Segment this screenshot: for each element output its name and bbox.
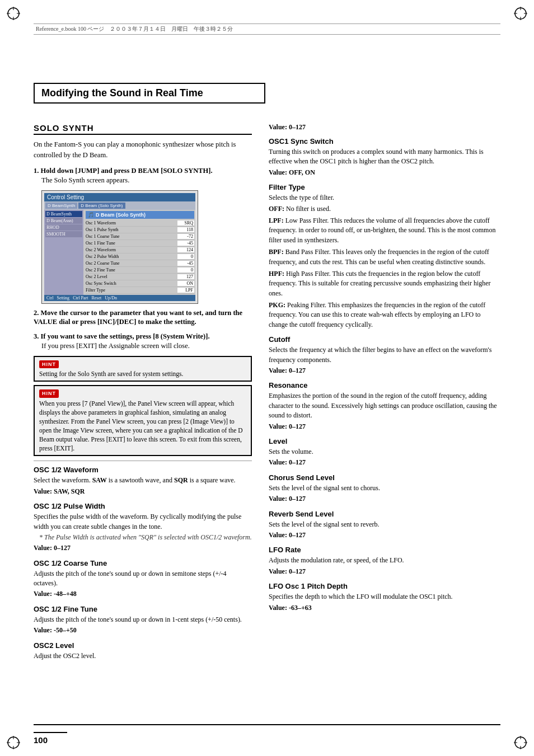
ss-row-6: Osc 2 Coarse Tune-45 [86,260,194,267]
ss-row-4: Osc 2 Waveform124 [86,247,194,253]
subsec-osc-waveform: OSC 1/2 Waveform Select the waveform. SA… [34,466,252,496]
subsec-osc2-level-body: Adjust the OSC2 level. [34,651,252,661]
screenshot-title: Control Setting [47,194,84,200]
subsec-resonance: Resonance Emphasizes the portion of the … [269,381,500,431]
subsec-osc1-sync: OSC1 Sync Switch Turning this switch on … [269,137,500,177]
step-1-text: Hold down [JUMP] and press D BEAM [SOLO … [41,167,213,175]
page-number: 100 [34,735,48,745]
step-1-desc: The Solo Synth screen appears. [41,176,252,185]
ss-left-item-3: SMOOTH [45,231,82,237]
subsec-filter-type-title: Filter Type [269,183,500,191]
subsec-lfo-pitch-body: Specifies the depth to which the LFO wil… [269,592,500,602]
hint-text-1: Setting for the Solo Synth are saved for… [39,369,246,378]
subsec-pulse-width-title: OSC 1/2 Pulse Width [34,502,252,510]
subsec-coarse-tune-body: Adjusts the pitch of the tone's sound up… [34,569,252,589]
left-column: SOLO SYNTH On the Fantom-S you can play … [34,123,252,722]
subsec-coarse-tune-title: OSC 1/2 Coarse Tune [34,559,252,567]
ss-tab2: D Beam (Solo Synth) [78,203,125,209]
subsec-osc-waveform-value: Value: SAW, SQR [34,487,252,496]
hint-box-2: HINT When you press [7 (Panel View)], th… [34,385,252,456]
subsec-lfo-rate-body: Adjusts the modulation rate, or speed, o… [269,556,500,565]
subsec-cutoff: Cutoff Selects the frequency at which th… [269,335,500,375]
subsec-lfo-rate-value: Value: 0–127 [269,567,500,576]
section-title: SOLO SYNTH [34,123,252,135]
subsec-osc-waveform-body: Select the waveform. SAW is a sawtooth w… [34,476,252,485]
subsec-osc1-sync-body: Turning this switch on produces a comple… [269,147,500,167]
ss-row-1: Osc 1 Pulse Synth118 [86,227,194,233]
subsec-reverb: Reverb Send Level Sets the level of the … [269,510,500,541]
page-title: Modifying the Sound in Real Time [41,87,257,99]
top-value: Value: 0–127 [269,123,500,132]
subsec-osc-waveform-title: OSC 1/2 Waveform [34,466,252,474]
hint-text-2: When you press [7 (Panel View)], the Pan… [39,399,246,453]
subsec-reverb-title: Reverb Send Level [269,510,500,518]
step-2-num: 2. [34,309,41,317]
ss-row-5: Osc 2 Pulse Width0 [86,253,194,260]
subsec-lfo-pitch-title: LFO Osc 1 Pitch Depth [269,582,500,590]
subsec-coarse-tune: OSC 1/2 Coarse Tune Adjusts the pitch of… [34,559,252,599]
filter-off: OFF: No filter is used. [269,204,500,214]
hint-box-1: HINT Setting for the Solo Synth are save… [34,356,252,382]
ss-left-item-2: RHOD [45,224,82,231]
ss-left-panel: D BeamSynth D Beam(Assn) RHOD SMOOTH [44,210,83,295]
intro-text: On the Fantom-S you can play a monophoni… [34,139,252,161]
subsec-resonance-title: Resonance [269,381,500,389]
step-2: 2. Move the cursor to the parameter that… [34,308,252,326]
header-text: Reference_e.book 100 ページ ２００３年７月１４日 月曜日 … [36,25,233,33]
hint-label-2: HINT [39,389,59,398]
subsec-lfo-pitch: LFO Osc 1 Pitch Depth Specifies the dept… [269,582,500,613]
divider [34,461,252,461]
reg-mark-bl [6,735,21,750]
ss-row-10: Filter TypeLPF [86,287,194,294]
step-2-text: Move the cursor to the parameter that yo… [34,309,242,326]
screenshot-content: D BeamSynth D Beam(Assn) RHOD SMOOTH 🎵 D… [44,210,195,295]
subsec-fine-tune-title: OSC 1/2 Fine Tune [34,605,252,613]
subsec-osc1-sync-value: Value: OFF, ON [269,168,500,177]
hint-label-1: HINT [39,360,59,369]
reg-mark-br [513,735,528,750]
subsec-lfo-rate-title: LFO Rate [269,546,500,554]
step-1: 1. Hold down [JUMP] and press D BEAM [SO… [34,166,252,185]
ss-row-2: Osc 1 Coarse Tune-72 [86,233,194,240]
subsec-chorus-title: Chorus Send Level [269,473,500,482]
screenshot-title-bar: Control Setting [44,193,195,201]
subsec-filter-type: Filter Type Selects the type of filter. … [269,183,500,330]
filter-bpf: BPF: Band Pass Filter. This leaves only … [269,247,500,267]
subsec-pulse-width: OSC 1/2 Pulse Width Specifies the pulse … [34,502,252,553]
reg-mark-tr [513,6,528,21]
header-bar: Reference_e.book 100 ページ ２００３年７月１４日 月曜日 … [34,24,500,35]
subsec-level-title: Level [269,437,500,445]
ss-row-7: Osc 2 Fine Tune0 [86,267,194,274]
step-3-text: If you want to save the settings, press … [41,332,210,340]
subsec-resonance-value: Value: 0–127 [269,422,500,431]
subsec-pulse-width-footnote: * The Pulse Width is activated when "SQR… [39,533,252,542]
subsec-fine-tune-value: Value: -50–+50 [34,626,252,635]
subsec-coarse-tune-value: Value: -48–+48 [34,589,252,599]
ss-row-0: Osc 1 WaveformSRQ [86,220,194,227]
subsec-cutoff-value: Value: 0–127 [269,366,500,375]
subsec-osc1-sync-title: OSC1 Sync Switch [269,137,500,145]
filter-lpf: LPF: Low Pass Filter. This reduces the v… [269,216,500,245]
subsec-chorus-value: Value: 0–127 [269,494,500,504]
subsec-level-body: Sets the volume. [269,447,500,457]
subsec-chorus: Chorus Send Level Sets the level of the … [269,473,500,504]
ss-right-panel: 🎵 D Beam (Solo Synth) Osc 1 WaveformSRQ … [85,210,195,295]
ss-left-item-1: D Beam(Assn) [45,218,82,224]
ss-row-8: Osc 2 Level127 [86,274,194,280]
subsec-pulse-width-value: Value: 0–127 [34,543,252,553]
bottom-border [34,724,500,725]
ss-row-9: Osc Sync SwitchON [86,280,194,287]
subsec-osc2-level-title: OSC2 Level [34,641,252,650]
ss-tab1: D BeamSynth [45,203,77,209]
ss-highlight: 🎵 D Beam (Solo Synth) [86,211,194,219]
step-3-num: 3. [34,332,41,340]
filter-hpf: HPF: High Pass Filter. This cuts the fre… [269,269,500,298]
subsec-chorus-body: Sets the level of the signal sent to cho… [269,483,500,493]
title-box: Modifying the Sound in Real Time [34,83,265,104]
subsec-reverb-value: Value: 0–127 [269,530,500,540]
subsec-osc2-level: OSC2 Level Adjust the OSC2 level. [34,641,252,661]
page: Reference_e.book 100 ページ ２００３年７月１４日 月曜日 … [0,0,534,756]
reg-mark-tl [6,6,21,21]
subsec-fine-tune-body: Adjusts the pitch of the tone's sound up… [34,615,252,624]
step-3: 3. If you want to save the settings, pre… [34,332,252,350]
